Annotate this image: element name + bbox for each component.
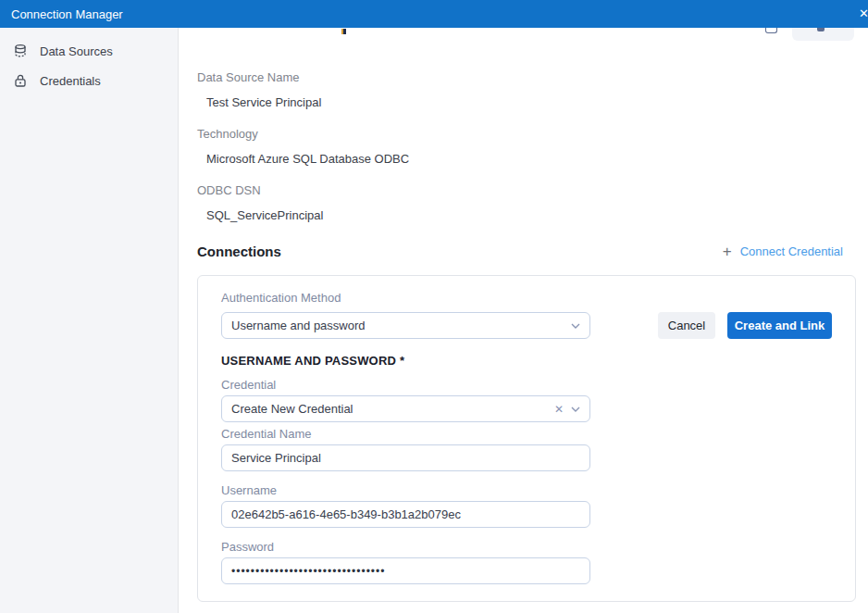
titlebar: Connection Manager ✕	[0, 0, 868, 28]
field-value: Microsoft Azure SQL Database ODBC	[197, 152, 409, 166]
username-input[interactable]	[221, 501, 590, 528]
chevron-down-icon	[571, 407, 580, 412]
field-value: SQL_ServicePrincipal	[197, 208, 323, 222]
field-data-source-name: Data Source Name Test Service Principal	[197, 70, 321, 109]
sidebar-item-data-sources[interactable]: Data Sources	[0, 41, 178, 61]
credential-value: Create New Credential	[231, 402, 353, 416]
username-password-section-heading: USERNAME AND PASSWORD *	[221, 354, 404, 368]
connect-credential-button[interactable]: + Connect Credential	[723, 244, 843, 259]
create-and-link-button[interactable]: Create and Link	[727, 312, 832, 339]
main-content: Data Source Name Test Service Principal …	[179, 28, 868, 613]
clipped-heading-artifact	[341, 29, 346, 34]
field-label: ODBC DSN	[197, 183, 323, 197]
sidebar-item-label: Credentials	[40, 74, 101, 88]
field-label: Data Source Name	[197, 70, 321, 84]
sidebar-item-label: Data Sources	[40, 44, 113, 58]
connections-header-row: Connections + Connect Credential	[197, 240, 843, 262]
connections-heading: Connections	[197, 244, 281, 259]
plus-icon: +	[723, 244, 732, 259]
lock-icon	[13, 73, 28, 88]
database-icon	[13, 44, 28, 58]
clipped-toolbar-icon	[765, 28, 777, 33]
auth-method-select[interactable]: Username and password	[221, 312, 590, 339]
auth-method-label: Authentication Method	[221, 291, 341, 305]
window-title: Connection Manager	[11, 7, 123, 21]
close-icon[interactable]: ✕	[859, 6, 868, 21]
credential-label: Credential	[221, 378, 276, 392]
field-label: Technology	[197, 127, 409, 141]
clipped-button-glyph	[817, 28, 825, 31]
credential-select[interactable]: Create New Credential ✕	[221, 395, 590, 422]
password-input[interactable]	[221, 557, 590, 584]
credential-name-input[interactable]	[221, 444, 590, 471]
connect-credential-label: Connect Credential	[740, 244, 843, 258]
sidebar: Data Sources Credentials	[0, 28, 179, 613]
field-odbc-dsn: ODBC DSN SQL_ServicePrincipal	[197, 183, 323, 222]
field-technology: Technology Microsoft Azure SQL Database …	[197, 127, 409, 166]
credential-name-label: Credential Name	[221, 427, 312, 441]
auth-method-value: Username and password	[231, 319, 366, 332]
password-label: Password	[221, 540, 274, 554]
clear-icon[interactable]: ✕	[554, 404, 564, 415]
clipped-toolbar-button[interactable]	[792, 28, 854, 41]
chevron-down-icon	[571, 323, 580, 329]
cancel-button[interactable]: Cancel	[658, 312, 715, 339]
connect-credential-panel: Authentication Method Username and passw…	[197, 275, 856, 602]
username-label: Username	[221, 483, 277, 497]
field-value: Test Service Principal	[197, 95, 321, 109]
sidebar-item-credentials[interactable]: Credentials	[0, 70, 178, 91]
